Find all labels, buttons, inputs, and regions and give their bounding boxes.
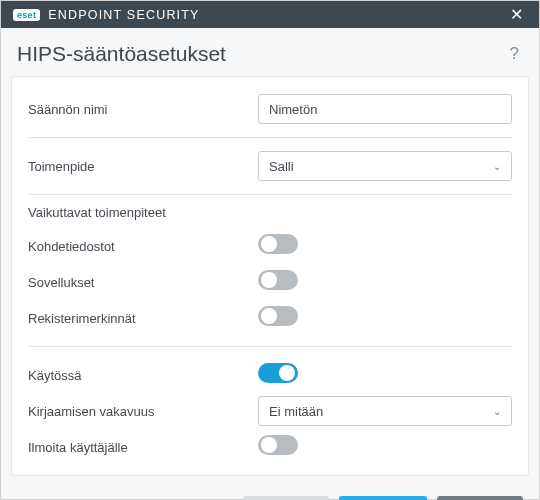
divider <box>28 137 512 138</box>
next-button[interactable]: Seuraava <box>339 496 427 500</box>
registry-row: Rekisterimerkinnät <box>28 300 512 336</box>
severity-value: Ei mitään <box>269 404 323 419</box>
divider <box>28 346 512 347</box>
action-row: Toimenpide Salli ⌄ <box>28 148 512 184</box>
settings-window: eset ENDPOINT SECURITY ✕ HIPS-sääntöaset… <box>0 0 540 500</box>
affecting-section-title: Vaikuttavat toimenpiteet <box>28 205 512 220</box>
enabled-toggle[interactable] <box>258 363 298 383</box>
target-files-label: Kohdetiedostot <box>28 239 258 254</box>
titlebar: eset ENDPOINT SECURITY ✕ <box>1 1 539 28</box>
action-select[interactable]: Salli ⌄ <box>258 151 512 181</box>
severity-label: Kirjaamisen vakavuus <box>28 404 258 419</box>
rule-name-label: Säännön nimi <box>28 102 258 117</box>
header: HIPS-sääntöasetukset ? <box>1 28 539 76</box>
page-title: HIPS-sääntöasetukset <box>17 42 226 66</box>
notify-row: Ilmoita käyttäjälle <box>28 429 512 465</box>
chevron-down-icon: ⌄ <box>493 406 501 417</box>
action-value: Salli <box>269 159 294 174</box>
registry-label: Rekisterimerkinnät <box>28 311 258 326</box>
cancel-button[interactable]: Peruuta <box>437 496 523 500</box>
close-icon[interactable]: ✕ <box>506 1 527 28</box>
enabled-row: Käytössä <box>28 357 512 393</box>
brand: eset ENDPOINT SECURITY <box>13 8 200 22</box>
brand-text: ENDPOINT SECURITY <box>48 8 199 22</box>
settings-panel: Säännön nimi Toimenpide Salli ⌄ Vaikutta… <box>11 76 529 476</box>
applications-row: Sovellukset <box>28 264 512 300</box>
applications-toggle[interactable] <box>258 270 298 290</box>
rule-name-row: Säännön nimi <box>28 91 512 127</box>
registry-toggle[interactable] <box>258 306 298 326</box>
divider <box>28 194 512 195</box>
target-files-row: Kohdetiedostot <box>28 228 512 264</box>
brand-badge: eset <box>13 9 40 21</box>
severity-row: Kirjaamisen vakavuus Ei mitään ⌄ <box>28 393 512 429</box>
previous-button: Edellinen <box>243 496 329 500</box>
notify-label: Ilmoita käyttäjälle <box>28 440 258 455</box>
target-files-toggle[interactable] <box>258 234 298 254</box>
notify-toggle[interactable] <box>258 435 298 455</box>
action-label: Toimenpide <box>28 159 258 174</box>
chevron-down-icon: ⌄ <box>493 161 501 172</box>
severity-select[interactable]: Ei mitään ⌄ <box>258 396 512 426</box>
footer: Edellinen Seuraava Peruuta <box>1 486 539 500</box>
applications-label: Sovellukset <box>28 275 258 290</box>
rule-name-input[interactable] <box>258 94 512 124</box>
enabled-label: Käytössä <box>28 368 258 383</box>
help-icon[interactable]: ? <box>510 44 519 64</box>
